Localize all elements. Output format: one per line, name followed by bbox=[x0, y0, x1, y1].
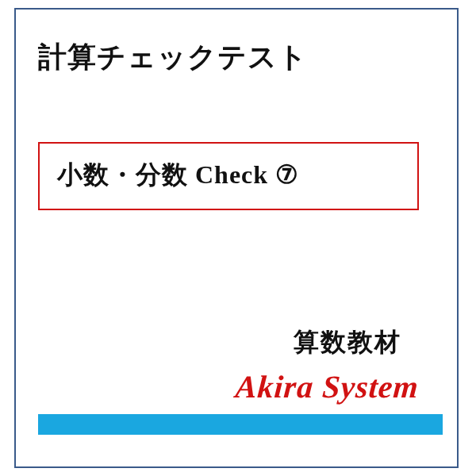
brand-name: Akira System bbox=[234, 368, 420, 405]
page-title: 計算チェックテスト bbox=[38, 38, 435, 77]
bottom-bar bbox=[38, 414, 443, 435]
check-box: 小数・分数 Check ⑦ bbox=[38, 142, 419, 210]
cover-frame: 計算チェックテスト 小数・分数 Check ⑦ 算数教材 Akira Syste… bbox=[14, 8, 459, 468]
check-label: 小数・分数 Check ⑦ bbox=[57, 158, 403, 193]
subject-label: 算数教材 bbox=[294, 325, 401, 360]
